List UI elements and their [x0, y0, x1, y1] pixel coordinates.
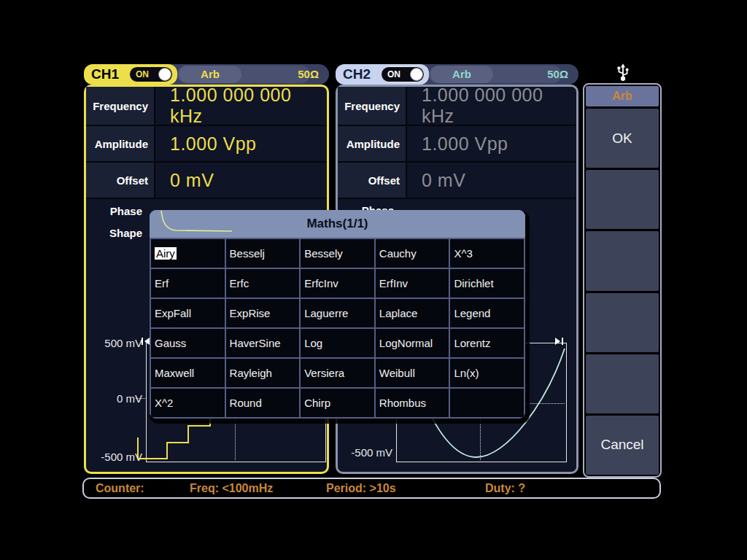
usb-icon [613, 62, 633, 82]
maths-shape-grid: Airy Besselj Bessely Cauchy X^3 Erf Erfc… [150, 238, 525, 419]
ch1-offset-label: Offset [86, 163, 155, 198]
ch2-offset-value: 0 mV [407, 163, 576, 198]
math-shape-cell[interactable]: ExpRise [226, 299, 300, 327]
ch1-on-label: ON [136, 67, 149, 82]
ch1-phase-label: Phase [84, 205, 142, 217]
counter-freq: Freq: <100mHz [190, 479, 273, 497]
math-shape-cell[interactable]: Log [301, 329, 374, 357]
math-shape-cell[interactable]: HaverSine [226, 329, 300, 357]
math-shape-cell[interactable]: Cauchy [376, 239, 449, 268]
ch1-offset-row[interactable]: Offset 0 mV [86, 163, 327, 199]
ok-button[interactable]: OK [586, 109, 659, 168]
ch1-staircase-waveform [135, 414, 215, 461]
ch2-tab[interactable]: CH2 ON [336, 64, 429, 85]
math-shape-cell[interactable]: Besselj [226, 239, 300, 268]
math-shape-cell[interactable]: LogNormal [376, 329, 449, 357]
ch2-amplitude-row[interactable]: Amplitude 1.000 Vpp [338, 126, 576, 163]
ch1-frequency-label: Frequency [86, 87, 155, 125]
ch2-on-toggle[interactable]: ON [381, 66, 425, 82]
ch2-frequency-row[interactable]: Frequency 1.000 000 000 kHz [338, 87, 576, 126]
math-shape-cell[interactable]: Laplace [376, 299, 449, 327]
ch1-shape-preview-curve [151, 209, 239, 235]
ch1-scale-mid: 0 mV [84, 392, 142, 405]
cancel-button[interactable]: Cancel [586, 416, 659, 475]
math-shape-cell[interactable]: Rayleigh [226, 359, 300, 387]
softkey-slot-empty [586, 354, 659, 413]
math-shape-cell[interactable]: Round [226, 389, 300, 417]
selected-shape: Airy [155, 247, 177, 260]
ch2-offset-label: Offset [338, 163, 407, 198]
sidebar-menu-title: Arb [586, 86, 659, 106]
math-shape-cell-airy[interactable]: Airy [151, 239, 225, 268]
math-shape-cell[interactable]: Laguerre [301, 299, 374, 327]
ch2-header-bar: Arb 50Ω CH2 ON [336, 64, 578, 85]
ch1-tab[interactable]: CH1 ON [84, 64, 177, 85]
ch2-offset-row[interactable]: Offset 0 mV [338, 163, 576, 199]
ch1-frequency-value: 1.000 000 000 kHz [155, 87, 327, 125]
ch2-tab-label: CH2 [343, 64, 371, 85]
softkey-slot-empty [586, 231, 659, 290]
math-shape-cell[interactable]: ErfInv [376, 269, 449, 298]
ch2-toggle-knob [410, 68, 423, 81]
math-shape-cell[interactable]: Legend [450, 299, 524, 327]
counter-duty: Duty: ? [485, 479, 525, 497]
ch2-on-label: ON [387, 67, 400, 82]
ch1-scale-top: 500 mV [84, 337, 142, 349]
softkey-slot-empty [586, 170, 659, 229]
ch1-frequency-row[interactable]: Frequency 1.000 000 000 kHz [86, 87, 327, 126]
math-shape-cell[interactable]: Lorentz [450, 329, 524, 357]
ch1-mode-label[interactable]: Arb [179, 66, 241, 83]
math-shape-cell[interactable]: Dirichlet [450, 269, 524, 298]
math-shape-cell[interactable]: X^2 [151, 389, 225, 417]
counter-label: Counter: [96, 479, 144, 497]
math-shape-cell[interactable]: Weibull [376, 359, 449, 387]
maths-dialog: Maths(1/1) Airy Besselj Bessely Cauchy X… [150, 210, 525, 419]
math-shape-cell[interactable]: ExpFall [151, 299, 225, 327]
ch2-end-marker-icon [554, 336, 566, 346]
ch1-tab-label: CH1 [91, 64, 119, 85]
math-shape-cell-empty [450, 389, 524, 417]
math-shape-cell[interactable]: Chirp [301, 389, 374, 417]
ch1-scale-bottom: -500 mV [84, 451, 142, 463]
math-shape-cell[interactable]: Erf [151, 269, 225, 298]
ch2-frequency-label: Frequency [338, 87, 407, 125]
ch1-on-toggle[interactable]: ON [129, 66, 173, 82]
math-shape-cell[interactable]: Rhombus [376, 389, 449, 417]
ch2-scale-bottom: -500 mV [332, 446, 392, 459]
math-shape-cell[interactable]: Erfc [226, 269, 300, 298]
math-shape-cell[interactable]: ErfcInv [301, 269, 374, 298]
ch2-amplitude-label: Amplitude [338, 126, 407, 161]
ch1-amplitude-value: 1.000 Vpp [155, 126, 327, 161]
ch1-offset-value: 0 mV [155, 163, 327, 198]
ch1-amplitude-row[interactable]: Amplitude 1.000 Vpp [86, 126, 327, 163]
math-shape-cell[interactable]: X^3 [450, 239, 524, 268]
ch2-mode-label[interactable]: Arb [430, 66, 493, 83]
softkey-sidebar: Arb OK Cancel [583, 83, 662, 478]
counter-status-bar: Counter: Freq: <100mHz Period: >10s Duty… [82, 478, 661, 499]
softkey-slot-empty [586, 293, 659, 352]
ch1-shape-label: Shape [84, 227, 142, 239]
math-shape-cell[interactable]: Versiera [301, 359, 374, 387]
ch1-impedance: 50Ω [298, 64, 319, 85]
ch2-impedance: 50Ω [547, 64, 568, 85]
math-shape-cell[interactable]: Ln(x) [450, 359, 524, 387]
ch2-frequency-value: 1.000 000 000 kHz [407, 87, 576, 125]
ch1-amplitude-label: Amplitude [86, 126, 155, 161]
math-shape-cell[interactable]: Bessely [301, 239, 374, 268]
math-shape-cell[interactable]: Gauss [151, 329, 225, 357]
ch1-header-bar: Arb 50Ω CH1 ON [84, 64, 329, 85]
ch1-toggle-knob [158, 68, 171, 81]
math-shape-cell[interactable]: Maxwell [151, 359, 225, 387]
ch2-amplitude-value: 1.000 Vpp [407, 126, 576, 161]
counter-period: Period: >10s [326, 479, 396, 497]
